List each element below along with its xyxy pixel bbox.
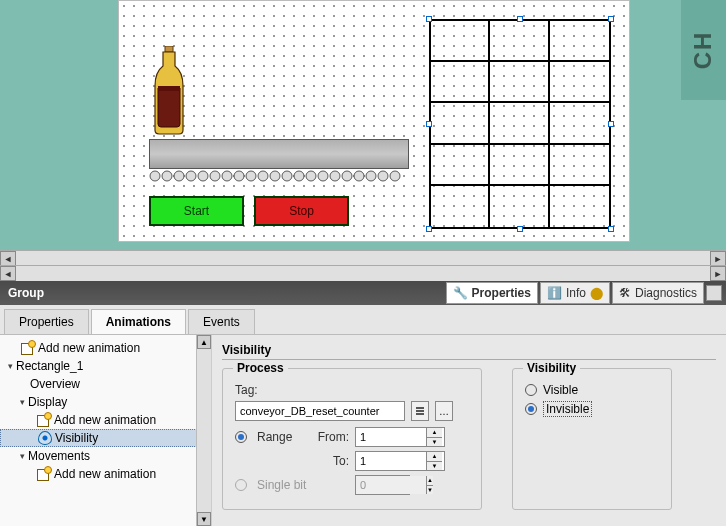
- spin-up-icon[interactable]: ▲: [426, 452, 442, 462]
- svg-point-2: [150, 171, 160, 181]
- resize-handle[interactable]: [608, 16, 614, 22]
- collapse-icon[interactable]: ▾: [16, 397, 28, 407]
- scroll-right-icon[interactable]: ►: [710, 251, 726, 265]
- single-bit-label: Single bit: [257, 478, 307, 492]
- range-label: Range: [257, 430, 307, 444]
- svg-point-17: [330, 171, 340, 181]
- from-input[interactable]: [356, 428, 426, 446]
- inspector-tab-info[interactable]: ℹ️ Info ⬤: [540, 282, 610, 304]
- to-label: To:: [313, 454, 349, 468]
- svg-rect-0: [165, 46, 173, 52]
- outer-hscrollbar[interactable]: ◄ ►: [0, 265, 726, 281]
- svg-point-10: [246, 171, 256, 181]
- single-bit-spinner: ▲▼: [355, 475, 410, 495]
- svg-point-16: [318, 171, 328, 181]
- stop-button[interactable]: Stop: [254, 196, 349, 226]
- svg-point-20: [366, 171, 376, 181]
- resize-handle[interactable]: [608, 121, 614, 127]
- single-bit-input: [356, 476, 426, 494]
- info-icon: ℹ️: [547, 286, 562, 300]
- resize-handle[interactable]: [426, 121, 432, 127]
- tag-list-button[interactable]: [411, 401, 429, 421]
- hmi-screen[interactable]: Start Stop: [118, 0, 630, 242]
- subtab-properties[interactable]: Properties: [4, 309, 89, 334]
- tree-add-animation[interactable]: Add new animation: [0, 465, 211, 483]
- spin-down-icon: ▼: [426, 486, 433, 495]
- collapse-icon[interactable]: ▾: [16, 451, 28, 461]
- selected-grid-group[interactable]: [429, 19, 611, 229]
- editor-canvas-area: CH Start Stop: [0, 0, 726, 265]
- resize-handle[interactable]: [426, 226, 432, 232]
- tree-overview[interactable]: Overview: [0, 375, 211, 393]
- resize-handle[interactable]: [426, 16, 432, 22]
- tree-add-animation[interactable]: Add new animation: [0, 339, 211, 357]
- animation-tree: Add new animation ▾Rectangle_1 Overview …: [0, 335, 212, 526]
- detail-heading: Visibility: [222, 343, 716, 357]
- inspector-collapse-button[interactable]: [706, 285, 722, 301]
- visible-label: Visible: [543, 383, 578, 397]
- svg-point-18: [342, 171, 352, 181]
- inspector-header: Group 🔧 Properties ℹ️ Info ⬤ 🛠 Diagnosti…: [0, 281, 726, 305]
- svg-point-7: [210, 171, 220, 181]
- spin-up-icon: ▲: [426, 476, 433, 486]
- tree-movements[interactable]: ▾Movements: [0, 447, 211, 465]
- svg-point-9: [234, 171, 244, 181]
- radio-range[interactable]: [235, 431, 247, 443]
- svg-point-4: [174, 171, 184, 181]
- inspector-tab-diagnostics[interactable]: 🛠 Diagnostics: [612, 282, 704, 304]
- tree-display[interactable]: ▾Display: [0, 393, 211, 411]
- svg-point-3: [162, 171, 172, 181]
- collapse-icon[interactable]: ▾: [4, 361, 16, 371]
- to-spinner[interactable]: ▲▼: [355, 451, 445, 471]
- right-band: CH: [681, 0, 726, 100]
- tree-rectangle-1[interactable]: ▾Rectangle_1: [0, 357, 211, 375]
- svg-point-22: [390, 171, 400, 181]
- subtab-animations[interactable]: Animations: [91, 309, 186, 334]
- resize-handle[interactable]: [608, 226, 614, 232]
- inspector-tab-properties[interactable]: 🔧 Properties: [446, 282, 538, 304]
- svg-rect-1: [158, 86, 180, 91]
- svg-point-15: [306, 171, 316, 181]
- eye-icon: [38, 431, 52, 445]
- svg-point-5: [186, 171, 196, 181]
- conveyor-rollers: [149, 170, 409, 182]
- resize-handle[interactable]: [517, 226, 523, 232]
- tag-browse-button[interactable]: …: [435, 401, 453, 421]
- spin-down-icon[interactable]: ▼: [426, 438, 442, 447]
- resize-handle[interactable]: [517, 16, 523, 22]
- scroll-up-icon[interactable]: ▲: [197, 335, 211, 349]
- scroll-down-icon[interactable]: ▼: [197, 512, 211, 526]
- svg-point-8: [222, 171, 232, 181]
- process-group: Process Tag: … Range From: ▲▼ To:: [222, 368, 482, 510]
- sub-tab-strip: Properties Animations Events: [0, 305, 726, 335]
- radio-invisible[interactable]: [525, 403, 537, 415]
- from-label: From:: [313, 430, 349, 444]
- tree-scrollbar[interactable]: ▲ ▼: [196, 335, 211, 526]
- radio-single-bit[interactable]: [235, 479, 247, 491]
- bottle-graphic[interactable]: [149, 46, 189, 136]
- svg-point-19: [354, 171, 364, 181]
- scroll-left-icon[interactable]: ◄: [0, 251, 16, 265]
- from-spinner[interactable]: ▲▼: [355, 427, 445, 447]
- add-animation-icon: [37, 413, 51, 427]
- properties-icon: 🔧: [453, 286, 468, 300]
- detail-pane: Visibility Process Tag: … Range From:: [212, 335, 726, 526]
- add-animation-icon: [37, 467, 51, 481]
- to-input[interactable]: [356, 452, 426, 470]
- subtab-events[interactable]: Events: [188, 309, 255, 334]
- canvas-hscrollbar[interactable]: ◄ ►: [0, 250, 726, 265]
- radio-visible[interactable]: [525, 384, 537, 396]
- tag-input[interactable]: [235, 401, 405, 421]
- scroll-left-icon[interactable]: ◄: [0, 266, 16, 281]
- svg-rect-24: [416, 410, 424, 412]
- scroll-right-icon[interactable]: ►: [710, 266, 726, 281]
- conveyor-belt[interactable]: [149, 139, 409, 169]
- svg-rect-23: [416, 407, 424, 409]
- tree-add-animation[interactable]: Add new animation: [0, 411, 211, 429]
- add-animation-icon: [21, 341, 35, 355]
- svg-point-12: [270, 171, 280, 181]
- start-button[interactable]: Start: [149, 196, 244, 226]
- spin-up-icon[interactable]: ▲: [426, 428, 442, 438]
- tree-visibility[interactable]: Visibility: [0, 429, 211, 447]
- spin-down-icon[interactable]: ▼: [426, 462, 442, 471]
